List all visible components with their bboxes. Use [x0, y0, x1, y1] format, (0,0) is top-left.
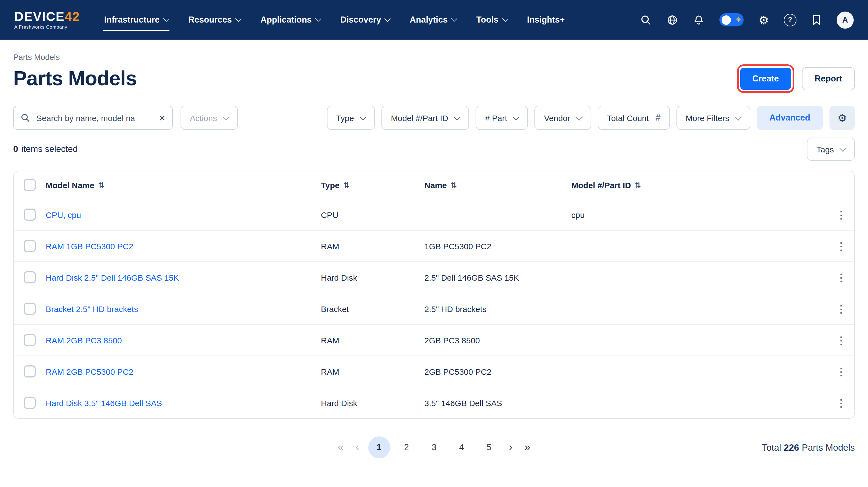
settings-gear-icon[interactable]: ⚙	[758, 14, 769, 26]
create-button[interactable]: Create	[740, 68, 791, 90]
row-checkbox[interactable]	[24, 397, 36, 409]
bell-icon[interactable]	[693, 14, 705, 26]
pagination-next-icon[interactable]: ›	[505, 441, 516, 453]
model-name-link[interactable]: Hard Disk 3.5" 146GB Dell SAS	[46, 398, 162, 408]
chevron-down-icon	[839, 144, 846, 151]
parts-models-table: Model Name⇅ Type⇅ Name⇅ Model #/Part ID⇅…	[13, 171, 855, 419]
title-actions: Create Report	[740, 67, 855, 90]
model-part-id-filter-dropdown[interactable]: Model #/Part ID	[381, 106, 469, 130]
type-cell: Hard Disk	[321, 273, 424, 282]
sort-icon[interactable]: ⇅	[343, 181, 349, 189]
nav-item-discovery[interactable]: Discovery	[340, 9, 390, 30]
table-header-row: Model Name⇅ Type⇅ Name⇅ Model #/Part ID⇅	[14, 171, 854, 199]
name-cell: 1GB PC5300 PC2	[424, 241, 571, 251]
column-header-model-part-id[interactable]: Model #/Part ID⇅	[571, 180, 828, 190]
nav-item-tools[interactable]: Tools	[476, 9, 507, 30]
pager: « ‹ 1 2 3 4 5 › »	[334, 436, 534, 458]
nav-item-infrastructure[interactable]: Infrastructure	[104, 9, 168, 30]
chevron-down-icon	[735, 113, 742, 120]
type-cell: Hard Disk	[321, 398, 424, 408]
table-row: RAM 1GB PC5300 PC2 RAM 1GB PC5300 PC2 ⋮	[14, 231, 854, 262]
logo-tagline: A Freshworks Company	[14, 25, 80, 29]
select-all-checkbox[interactable]	[24, 179, 36, 191]
table-settings-button[interactable]: ⚙	[830, 106, 855, 130]
row-checkbox[interactable]	[24, 208, 36, 221]
report-button[interactable]: Report	[802, 67, 855, 90]
column-header-model-name[interactable]: Model Name⇅	[46, 180, 321, 190]
page-button-1[interactable]: 1	[368, 436, 390, 458]
model-name-link[interactable]: RAM 2GB PC5300 PC2	[46, 367, 133, 376]
type-filter-dropdown[interactable]: Type	[327, 106, 375, 130]
part-filter-dropdown[interactable]: # Part	[476, 106, 528, 130]
row-actions-kebab-icon[interactable]: ⋮	[833, 272, 849, 283]
pagination-prev-icon[interactable]: ‹	[352, 441, 363, 453]
type-cell: RAM	[321, 335, 424, 345]
navbar-right: ☀ ⚙ ? A	[640, 11, 854, 28]
help-icon[interactable]: ?	[784, 13, 797, 26]
search-input[interactable]	[35, 112, 154, 123]
row-checkbox[interactable]	[24, 240, 36, 252]
nav-item-analytics[interactable]: Analytics	[410, 9, 457, 30]
type-cell: CPU	[321, 210, 424, 219]
column-header-name[interactable]: Name⇅	[424, 180, 571, 190]
row-checkbox[interactable]	[24, 334, 36, 346]
bookmark-icon[interactable]	[811, 14, 822, 26]
type-cell: RAM	[321, 241, 424, 251]
pagination-row: « ‹ 1 2 3 4 5 › » Total226Parts Models	[13, 436, 855, 458]
row-actions-kebab-icon[interactable]: ⋮	[833, 397, 849, 408]
search-icon[interactable]	[640, 14, 652, 26]
name-cell: 2GB PC3 8500	[424, 335, 571, 345]
row-actions-kebab-icon[interactable]: ⋮	[833, 366, 849, 377]
sort-icon[interactable]: ⇅	[98, 181, 104, 189]
page-button-4[interactable]: 4	[451, 436, 472, 458]
vendor-filter-dropdown[interactable]: Vendor	[535, 106, 591, 130]
row-actions-kebab-icon[interactable]: ⋮	[833, 335, 849, 345]
model-name-link[interactable]: RAM 1GB PC5300 PC2	[46, 241, 133, 251]
nav-item-resources[interactable]: Resources	[188, 9, 241, 30]
globe-icon[interactable]	[666, 14, 678, 26]
page-button-5[interactable]: 5	[478, 436, 500, 458]
advanced-button[interactable]: Advanced	[757, 106, 823, 130]
tags-dropdown[interactable]: Tags	[807, 137, 855, 161]
filter-row: ✕ Actions Type Model #/Part ID # Part Ve…	[13, 106, 855, 130]
nav-item-insights[interactable]: Insights+	[527, 9, 565, 30]
row-checkbox[interactable]	[24, 303, 36, 315]
clear-search-icon[interactable]: ✕	[159, 113, 166, 122]
model-name-link[interactable]: CPU, cpu	[46, 210, 81, 219]
user-avatar[interactable]: A	[837, 11, 854, 28]
pagination-last-icon[interactable]: »	[521, 441, 534, 453]
nav-item-applications[interactable]: Applications	[260, 9, 321, 30]
sort-icon[interactable]: ⇅	[451, 181, 457, 189]
model-name-link[interactable]: Bracket 2.5" HD brackets	[46, 304, 138, 314]
column-header-type[interactable]: Type⇅	[321, 180, 424, 190]
actions-dropdown[interactable]: Actions	[181, 106, 238, 130]
hash-icon: #	[655, 113, 660, 123]
title-row: Parts Models Create Report	[13, 67, 855, 90]
table-row: Bracket 2.5" HD brackets Bracket 2.5" HD…	[14, 293, 854, 325]
sort-icon[interactable]: ⇅	[635, 181, 641, 189]
model-name-link[interactable]: Hard Disk 2.5" Dell 146GB SAS 15K	[46, 273, 179, 282]
page-button-2[interactable]: 2	[396, 436, 417, 458]
row-checkbox[interactable]	[24, 271, 36, 283]
row-actions-kebab-icon[interactable]: ⋮	[833, 303, 849, 314]
total-count-filter[interactable]: Total Count#	[598, 106, 670, 130]
chevron-down-icon	[235, 16, 242, 22]
table-row: CPU, cpu CPU cpu ⋮	[14, 199, 854, 231]
row-actions-kebab-icon[interactable]: ⋮	[833, 241, 849, 251]
row-checkbox[interactable]	[24, 365, 36, 378]
chevron-down-icon	[502, 16, 508, 22]
model-name-link[interactable]: RAM 2GB PC3 8500	[46, 335, 122, 345]
pagination-first-icon[interactable]: «	[334, 441, 347, 453]
more-filters-dropdown[interactable]: More Filters	[676, 106, 750, 130]
toggle-knob	[721, 15, 731, 25]
selection-row: 0items selected Tags	[13, 137, 855, 161]
theme-toggle[interactable]: ☀	[719, 13, 744, 26]
breadcrumb: Parts Models	[13, 53, 855, 62]
table-row: RAM 2GB PC5300 PC2 RAM 2GB PC5300 PC2 ⋮	[14, 356, 854, 387]
name-cell: 3.5" 146GB Dell SAS	[424, 398, 571, 408]
page-button-3[interactable]: 3	[423, 436, 445, 458]
search-icon	[20, 113, 30, 123]
page: DEVICE42 A Freshworks Company Infrastruc…	[0, 0, 868, 487]
row-actions-kebab-icon[interactable]: ⋮	[833, 209, 849, 220]
device42-logo[interactable]: DEVICE42 A Freshworks Company	[14, 10, 80, 29]
